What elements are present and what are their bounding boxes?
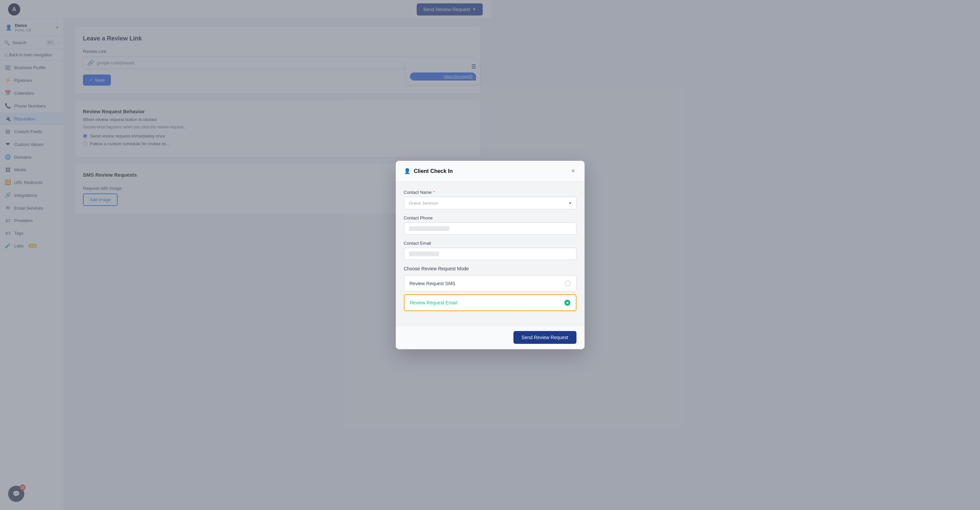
modal-body: Contact Name * Grace Jamison ▾ Contact P… [396, 182, 491, 325]
review-mode-email-option[interactable]: Review Request Email [404, 294, 491, 311]
contact-phone-label: Contact Phone [404, 215, 491, 221]
client-check-in-modal: 👤 Client Check In × Contact Name * Grace… [396, 161, 491, 349]
review-mode-section: Choose Review Request Mode Review Reques… [404, 266, 491, 311]
modal-footer: Send Review Request [396, 325, 491, 349]
contact-name-field: Contact Name * Grace Jamison ▾ [404, 190, 491, 209]
modal-overlay: 👤 Client Check In × Contact Name * Grace… [0, 0, 491, 510]
contact-email-input[interactable] [404, 248, 491, 260]
contact-name-value: Grace Jamison [409, 200, 438, 206]
email-blurred-value [409, 251, 439, 256]
contact-phone-field: Contact Phone [404, 215, 491, 235]
modal-header: 👤 Client Check In × [396, 161, 491, 182]
modal-header-title-row: 👤 Client Check In [404, 168, 453, 174]
required-indicator: * [433, 190, 435, 195]
contact-phone-input[interactable] [404, 222, 491, 235]
email-option-label: Review Request Email [410, 300, 457, 305]
sms-option-label: Review Request SMS [410, 281, 455, 286]
review-mode-label: Choose Review Request Mode [404, 266, 491, 271]
modal-container: 👤 Client Check In × Contact Name * Grace… [396, 161, 491, 349]
contact-name-input[interactable]: Grace Jamison ▾ [404, 197, 491, 209]
review-mode-sms-option[interactable]: Review Request SMS [404, 275, 491, 292]
user-check-icon: 👤 [404, 168, 410, 174]
phone-blurred-value [409, 226, 449, 231]
modal-title: Client Check In [414, 168, 453, 174]
contact-email-field: Contact Email [404, 241, 491, 260]
contact-email-label: Contact Email [404, 241, 491, 246]
contact-name-label: Contact Name * [404, 190, 491, 195]
